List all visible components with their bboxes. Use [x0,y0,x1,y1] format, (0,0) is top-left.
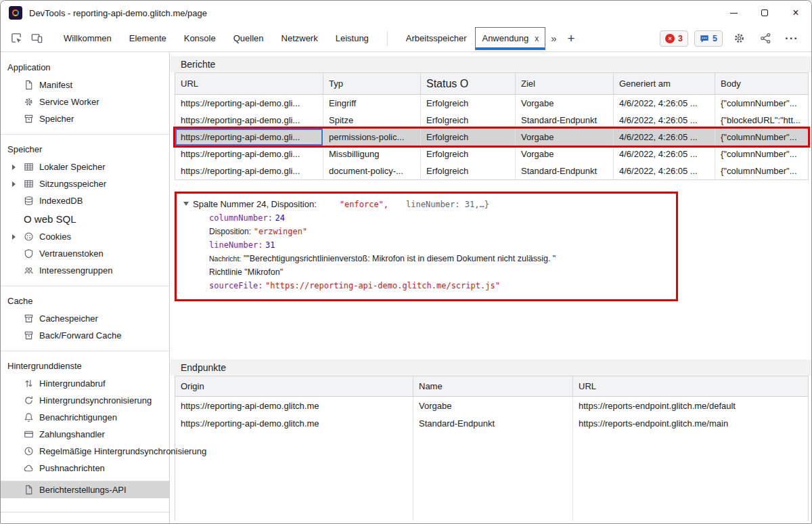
sidebar-item-label: Hintergrundabruf [39,378,106,389]
column-header-url[interactable]: URL [573,376,808,396]
sidebar-item-cookies[interactable]: Cookies [1,228,169,245]
expand-caret-icon[interactable] [12,181,16,187]
sidebar-item-back-forward-cache[interactable]: Back/Forward Cache [1,327,169,344]
tab-close-icon[interactable]: x [535,34,539,43]
sidebar-heading-cache: Cache [1,286,169,310]
expand-caret-icon[interactable] [12,165,16,170]
endpoint-row[interactable]: https://reporting-api-demo.glitch.me Sta… [175,414,808,432]
devtools-logo-icon [9,6,22,20]
device-toolbar-button[interactable] [26,28,47,49]
tab-arbeitsspeicher[interactable]: Arbeitsspeicher [397,25,476,52]
tab-quellen[interactable]: Quellen [225,25,273,52]
payment-card-icon [24,429,34,439]
property-key: Disposition: [209,227,251,236]
sidebar-item-web-sql[interactable]: O web SQL [1,209,169,228]
column-header-name[interactable]: Name [413,376,573,396]
column-header-ziel[interactable]: Ziel [516,73,614,94]
more-tabs-button[interactable]: » [545,25,562,52]
more-options-button[interactable]: ··· [782,28,802,49]
minimize-button[interactable] [718,1,749,25]
inspect-element-button[interactable] [6,28,26,49]
detail-property: Disposition: "erzwingen" [183,225,669,238]
status-cell: Erfolgreich [421,129,516,146]
sidebar-item-lokaler-speicher[interactable]: Lokaler Speicher [1,158,169,175]
error-count-badge[interactable]: × 3 [660,30,688,47]
panel-content: Application Manifest Service Worker Spei… [1,53,811,523]
body-cell: {"columnNumber"... [715,129,808,146]
collapse-caret-icon[interactable] [183,202,189,206]
sidebar-item-label: O web SQL [24,213,76,225]
close-button[interactable]: × [780,1,811,25]
sidebar-item-label: Benachrichtigungen [39,412,117,422]
sidebar-item-label: Cachespeicher [39,313,98,324]
reports-section-header: Berichte [171,56,811,72]
endpoints-section-title: Endpunkte [181,362,226,373]
sidebar-item-indexeddb[interactable]: IndexedDB [1,192,169,209]
sidebar-item-hintergrundsynchronisierung[interactable]: Hintergrundsynchronisierung [1,392,169,409]
endpoints-table-filler [175,432,808,521]
sidebar-item-label: Interessengruppen [39,265,112,276]
report-row[interactable]: https://reporting-api-demo.gli... docume… [175,162,808,179]
status-cell: Erfolgreich [421,95,516,112]
url-cell: https://reporting-api-demo.gli... [175,146,323,162]
name-cell: Standard-Endpunkt [413,414,573,432]
column-header-url[interactable]: URL [175,73,323,94]
sidebar-item-label: Back/Forward Cache [39,330,121,341]
settings-button[interactable] [729,28,749,49]
ziel-cell: Standard-Endpunkt [516,162,614,179]
body-cell: {"columnNumber"... [715,146,808,162]
trust-token-icon [24,248,34,259]
report-row-selected[interactable]: https://reporting-api-demo.gli... permis… [175,129,808,146]
tab-netzwerk[interactable]: Netzwerk [273,25,327,52]
tab-willkommen[interactable]: Willkommen [55,25,120,52]
expand-caret-icon[interactable] [12,234,16,240]
add-tab-button[interactable]: + [562,25,580,52]
tab-leistung[interactable]: Leistung [327,25,378,52]
tab-konsole[interactable]: Konsole [175,25,225,52]
report-row[interactable]: https://reporting-api-demo.gli... Spitze… [175,112,808,129]
report-row[interactable]: https://reporting-api-demo.gli... Missbi… [175,146,808,162]
sidebar-item-speicher[interactable]: Speicher [1,110,169,127]
inspect-cursor-icon [10,32,23,45]
property-value: ""Berechtigungsrichtlinienverstoß: Mikro… [244,254,556,263]
property-value: 31 [265,240,275,250]
cookie-icon [24,232,34,242]
sidebar-item-benachrichtigungen[interactable]: Benachrichtigungen [1,409,169,426]
sidebar-item-manifest[interactable]: Manifest [1,77,169,93]
message-count-badge[interactable]: 5 [694,30,723,47]
sidebar-item-service-worker[interactable]: Service Worker [1,93,169,110]
column-header-status[interactable]: Status O [421,73,516,94]
sidebar-item-label: Zahlungshandler [39,429,105,439]
storage-box-icon [24,114,34,124]
ziel-cell: Vorgabe [516,129,614,146]
property-key: lineNumber: [209,240,263,250]
table-grid-icon [24,179,34,189]
maximize-button[interactable] [749,1,780,25]
sidebar-bottom-divider [1,512,169,512]
sidebar-item-cachespeicher[interactable]: Cachespeicher [1,310,169,327]
feedback-button[interactable] [755,28,775,49]
column-header-origin[interactable]: Origin [175,376,413,396]
maximize-icon [761,9,768,16]
column-header-body[interactable]: Body [715,73,808,94]
sidebar-item-zahlungshandler[interactable]: Zahlungshandler [1,426,169,443]
generiert-am-cell: 4/6/2022, 4:26:05 ... [614,129,715,146]
sidebar-item-pushnachrichten[interactable]: Pushnachrichten [1,460,169,477]
property-key: Richtlinie [209,267,242,277]
sidebar-item-berichterstellungs-api[interactable]: Berichterstellungs-API [1,481,169,498]
column-header-generiert-am[interactable]: Generiert am [614,73,715,94]
report-row[interactable]: https://reporting-api-demo.gli... Eingri… [175,95,808,112]
window-title: DevTools - reporting-api-demo.glitch.me/… [29,8,207,18]
sidebar-item-interessengruppen[interactable]: Interessengruppen [1,262,169,279]
sidebar-item-periodische-synchronisierung[interactable]: Regelmäßige Hintergrundsynchronisierung [1,443,169,460]
sidebar-item-vertrauenstoken[interactable]: Vertrauenstoken [1,245,169,262]
sidebar-item-hintergrundabruf[interactable]: Hintergrundabruf [1,375,169,392]
sidebar-item-label: Cookies [39,232,71,242]
sidebar-item-sitzungsspeicher[interactable]: Sitzungsspeicher [1,175,169,192]
body-cell: {"columnNumber"... [715,95,808,112]
endpoint-row[interactable]: https://reporting-api-demo.glitch.me Vor… [175,397,808,414]
tab-elemente[interactable]: Elemente [120,25,175,52]
tab-anwendung[interactable]: Anwendung x [475,27,545,50]
service-worker-gear-icon [24,97,34,107]
column-header-typ[interactable]: Typ [323,73,421,94]
